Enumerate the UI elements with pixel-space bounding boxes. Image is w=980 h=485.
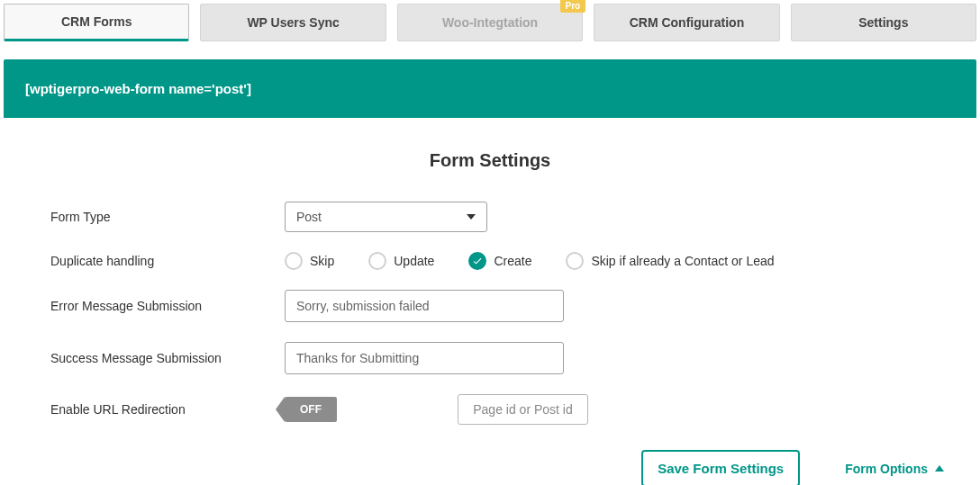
- radio-label: Update: [394, 254, 434, 268]
- radio-icon: [285, 252, 303, 270]
- redirect-toggle[interactable]: OFF: [285, 397, 337, 422]
- label-success-message: Success Message Submission: [50, 351, 285, 365]
- row-form-type: Form Type Post: [50, 202, 976, 232]
- form-options-label: Form Options: [845, 462, 928, 476]
- row-duplicate-handling: Duplicate handling Skip Update Create Sk…: [50, 252, 976, 270]
- tab-woo-integration[interactable]: Woo-Integtation Pro: [397, 4, 583, 41]
- radio-label: Create: [494, 254, 531, 268]
- tabs: CRM Forms WP Users Sync Woo-Integtation …: [4, 4, 976, 41]
- section-title: Form Settings: [4, 150, 976, 171]
- redirect-target-input[interactable]: [458, 394, 588, 425]
- row-success-message: Success Message Submission: [50, 342, 976, 374]
- tab-label: Woo-Integtation: [442, 15, 538, 30]
- tab-label: WP Users Sync: [247, 15, 339, 30]
- radio-icon: [368, 252, 386, 270]
- check-icon: [468, 252, 486, 270]
- radio-update[interactable]: Update: [368, 252, 434, 270]
- row-url-redirection: Enable URL Redirection OFF: [50, 394, 976, 425]
- tab-label: CRM Configuration: [630, 15, 745, 30]
- duplicate-radio-group: Skip Update Create Skip if already a Con…: [285, 252, 775, 270]
- tab-wp-users-sync[interactable]: WP Users Sync: [200, 4, 386, 41]
- form-options-link[interactable]: Form Options: [845, 462, 944, 476]
- radio-skip[interactable]: Skip: [285, 252, 334, 270]
- radio-label: Skip: [310, 254, 334, 268]
- radio-icon: [566, 252, 584, 270]
- panel-footer: Save Form Settings Form Options: [4, 445, 976, 485]
- label-duplicate: Duplicate handling: [50, 254, 285, 268]
- form-type-select[interactable]: Post: [285, 202, 487, 232]
- row-error-message: Error Message Submission: [50, 290, 976, 322]
- chevron-up-icon: [935, 465, 944, 472]
- radio-label: Skip if already a Contact or Lead: [591, 254, 774, 268]
- chevron-down-icon: [467, 214, 476, 220]
- tab-crm-configuration[interactable]: CRM Configuration: [594, 4, 779, 41]
- form-settings-panel: Form Settings Form Type Post Duplicate h…: [4, 123, 976, 485]
- pro-badge: Pro: [560, 0, 586, 13]
- save-form-settings-button[interactable]: Save Form Settings: [641, 450, 800, 485]
- shortcode-banner: [wptigerpro-web-form name='post']: [4, 59, 976, 118]
- radio-create[interactable]: Create: [468, 252, 531, 270]
- error-message-input[interactable]: [285, 290, 564, 322]
- label-form-type: Form Type: [50, 210, 285, 224]
- toggle-label: OFF: [300, 403, 322, 416]
- label-error-message: Error Message Submission: [50, 299, 285, 313]
- tab-settings[interactable]: Settings: [791, 4, 976, 41]
- success-message-input[interactable]: [285, 342, 564, 374]
- shortcode-text: [wptigerpro-web-form name='post']: [25, 81, 251, 96]
- select-value: Post: [296, 210, 322, 224]
- tab-label: Settings: [858, 15, 908, 30]
- tab-label: CRM Forms: [61, 14, 132, 29]
- tab-crm-forms[interactable]: CRM Forms: [4, 4, 189, 41]
- label-url-redirection: Enable URL Redirection: [50, 402, 285, 417]
- radio-skip-contact-lead[interactable]: Skip if already a Contact or Lead: [566, 252, 774, 270]
